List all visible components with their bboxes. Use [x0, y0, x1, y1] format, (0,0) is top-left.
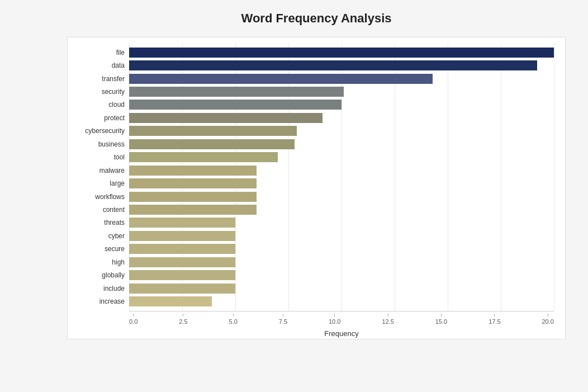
bar-label: include [69, 285, 125, 292]
bar [129, 87, 344, 97]
bar [129, 192, 257, 202]
bar-row: cyber [129, 230, 554, 242]
bar [129, 48, 554, 58]
bar-row: globally [129, 269, 554, 281]
bar-label: workflows [69, 193, 125, 201]
bar [129, 244, 235, 254]
bar [129, 257, 235, 267]
bar-row: malware [129, 164, 554, 177]
bar-label: tool [69, 153, 125, 161]
bar-label: file [69, 49, 125, 56]
bar-row: data [129, 59, 554, 72]
bar-label: protect [69, 114, 125, 122]
bar-row: secure [129, 243, 554, 255]
bar [129, 270, 235, 280]
bar-row: protect [129, 112, 554, 124]
bar-row: high [129, 256, 554, 268]
x-tick: 10.0 [329, 311, 340, 325]
bar [129, 218, 235, 228]
x-axis-label: Frequency [324, 329, 358, 338]
bar [129, 178, 257, 188]
bar-label: transfer [69, 75, 125, 83]
bar [129, 284, 235, 294]
chart-title: Word Frequency Analysis [67, 11, 566, 26]
bar-row: content [129, 204, 554, 216]
chart-area: filedatatransfersecuritycloudprotectcybe… [67, 37, 566, 339]
x-tick: 2.5 [179, 311, 187, 325]
bar-label: cybersecurity [69, 127, 125, 135]
bar [129, 126, 297, 136]
x-tick: 17.5 [489, 311, 500, 325]
bar-label: threats [69, 219, 125, 226]
bar-row: tool [129, 151, 554, 163]
bar-label: secure [69, 245, 125, 253]
bar [129, 74, 433, 84]
bar [129, 152, 278, 162]
x-ticks: 0.02.55.07.510.012.515.017.520.0 [129, 311, 554, 325]
bar-label: high [69, 258, 125, 266]
bar [129, 60, 537, 70]
bar-label: large [69, 180, 125, 187]
bar-label: cloud [69, 101, 125, 108]
bar-label: cyber [69, 232, 125, 240]
bar-label: security [69, 88, 125, 96]
bar-label: business [69, 140, 125, 148]
bar-label: increase [69, 297, 125, 305]
bar [129, 205, 257, 215]
bar-row: cloud [129, 98, 554, 111]
x-axis: 0.02.55.07.510.012.515.017.520.0 Frequen… [129, 311, 554, 339]
bar-row: workflows [129, 191, 554, 203]
bar [129, 296, 212, 306]
bar [129, 100, 342, 110]
bar-row: security [129, 86, 554, 98]
bar [129, 231, 235, 241]
bar-label: data [69, 62, 125, 69]
bar-label: malware [69, 167, 125, 174]
bar [129, 166, 257, 176]
chart-container: Word Frequency Analysis filedatatransfer… [0, 0, 588, 392]
x-tick: 20.0 [542, 311, 554, 325]
bar-row: cybersecurity [129, 125, 554, 137]
bar-row: include [129, 282, 554, 295]
x-tick: 5.0 [229, 311, 238, 325]
bar-row: increase [129, 295, 554, 308]
bar [129, 139, 295, 149]
x-tick: 12.5 [382, 311, 393, 325]
bar-row: file [129, 46, 554, 59]
bars-wrapper: filedatatransfersecuritycloudprotectcybe… [68, 43, 565, 311]
bar-row: threats [129, 216, 554, 229]
bar-row: business [129, 138, 554, 150]
bar-row: transfer [129, 73, 554, 85]
bar-row: large [129, 177, 554, 190]
bar [129, 113, 323, 123]
x-tick: 15.0 [435, 311, 447, 325]
bar-label: globally [69, 271, 125, 279]
x-tick: 0.0 [129, 311, 137, 325]
bar-label: content [69, 206, 125, 214]
x-tick: 7.5 [279, 311, 287, 325]
